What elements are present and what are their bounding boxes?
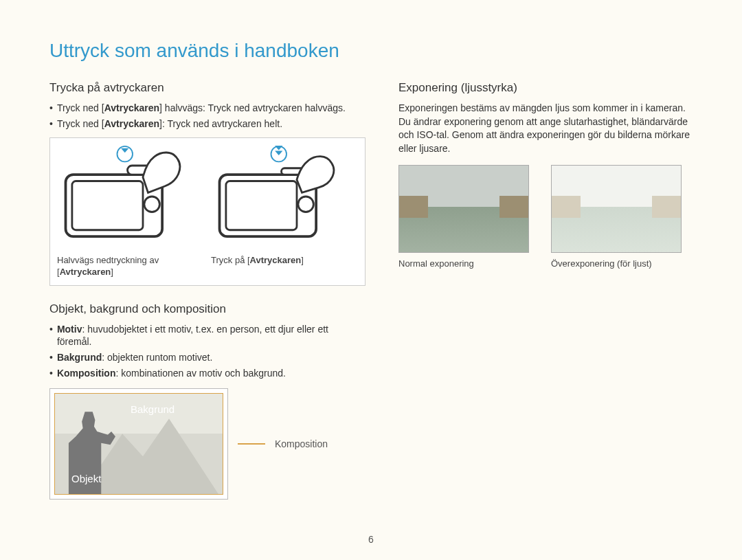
diagram-label-komposition: Komposition (275, 438, 328, 449)
komposition-label: Komposition (57, 368, 116, 379)
bullet-dot-icon: • (49, 323, 53, 349)
section-shutter: Trycka på avtryckaren • Tryck ned [Avtry… (49, 81, 366, 286)
diagram-label-bakgrund: Bakgrund (131, 403, 175, 415)
b2-post: ]: Tryck ned avtryckaren helt. (159, 118, 282, 129)
connector-line (238, 443, 265, 445)
bullet-halfpress: • Tryck ned [Avtryckaren] halvvägs: Tryc… (49, 102, 366, 115)
diagram-label-objekt: Objekt (71, 473, 101, 484)
bakgrund-text: : objekten runtom motivet. (102, 352, 212, 363)
bullet-dot-icon: • (49, 367, 53, 380)
camera-halfpress-icon (57, 145, 188, 248)
page-title: Uttryck som används i handboken (49, 40, 693, 62)
cap2-mid: Avtryckaren (250, 255, 302, 265)
caption-normal: Normal exponering (398, 258, 540, 269)
motiv-label: Motiv (57, 324, 82, 335)
exposure-heading: Exponering (ljusstyrka) (398, 81, 693, 95)
content-columns: Trycka på avtryckaren • Tryck ned [Avtry… (49, 81, 693, 500)
motiv-text: : huvudobjektet i ett motiv, t.ex. en pe… (57, 324, 328, 348)
camera-halfpress-cell: Halvvägs nedtryckning av [Avtryckaren] (57, 145, 204, 278)
section-composition: Objekt, bakgrund och komposition • Motiv… (49, 302, 366, 500)
svg-rect-7 (226, 181, 297, 229)
camera-illustration-frame: Halvvägs nedtryckning av [Avtryckaren] (49, 137, 366, 286)
bullet-komposition: • Komposition: kombinationen av motiv oc… (49, 367, 366, 380)
bakgrund-label: Bakgrund (57, 352, 102, 363)
camera-fullpress-cell: Tryck på [Avtryckaren] (211, 145, 358, 278)
building-left (399, 196, 428, 218)
camera-fullpress-icon (211, 145, 341, 248)
cap1-mid: Avtryckaren (60, 267, 111, 277)
building-left (552, 196, 581, 218)
cap1-post: ] (111, 267, 113, 277)
composition-diagram: Bakgrund Objekt (49, 388, 228, 500)
cap2-post: ] (301, 255, 304, 265)
bullet-dot-icon: • (49, 117, 53, 131)
cap2-pre: Tryck på [ (211, 255, 250, 265)
bullet-dot-icon: • (49, 351, 53, 364)
building-right (499, 196, 528, 218)
photo-overexposed (551, 165, 682, 253)
photo-normal-cell: Normal exponering (398, 165, 540, 269)
svg-point-8 (298, 197, 314, 212)
b1-pre: Tryck ned [ (57, 102, 104, 113)
building-right (652, 196, 681, 218)
bullet-motiv: • Motiv: huvudobjektet i ett motiv, t.ex… (49, 323, 366, 349)
section1-heading: Trycka på avtryckaren (49, 81, 366, 95)
svg-point-2 (144, 197, 160, 212)
svg-rect-1 (72, 181, 143, 229)
caption-over: Överexponering (för ljust) (551, 258, 693, 269)
exposure-paragraph: Exponeringen bestäms av mängden ljus som… (398, 102, 693, 155)
bullet-bakgrund: • Bakgrund: objekten runtom motivet. (49, 351, 366, 364)
b1-post: ] halvvägs: Tryck ned avtryckaren halvvä… (159, 102, 346, 113)
komposition-text: : kombinationen av motiv och bakgrund. (115, 368, 285, 379)
photo-over-cell: Överexponering (för ljust) (551, 165, 693, 269)
b1-mid: Avtryckaren (104, 102, 159, 113)
page-number: 6 (368, 534, 374, 545)
section2-heading: Objekt, bakgrund och komposition (49, 302, 366, 316)
photo-normal (398, 165, 529, 253)
bullet-dot-icon: • (49, 102, 53, 115)
b2-pre: Tryck ned [ (57, 118, 104, 129)
mountain-shape (81, 418, 218, 494)
bullet-fullpress: • Tryck ned [Avtryckaren]: Tryck ned avt… (49, 117, 366, 131)
b2-mid: Avtryckaren (104, 118, 159, 129)
